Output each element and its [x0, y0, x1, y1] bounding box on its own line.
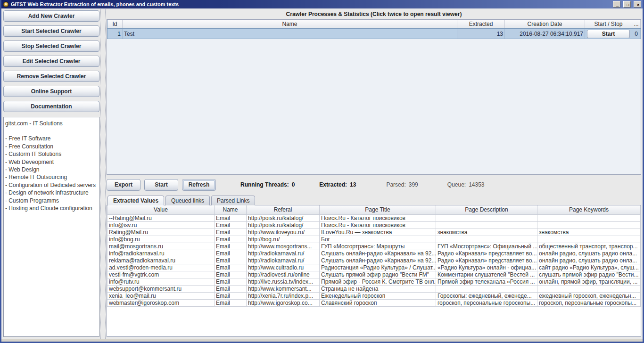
result-cell [537, 221, 641, 229]
col-start-stop[interactable]: Start / Stop [585, 20, 632, 29]
sidebar-list-item: - Custom Programms [5, 197, 98, 204]
result-row[interactable]: info@isv.ruEmailhttp://poisk.ru/katalog/… [107, 221, 641, 229]
close-icon[interactable]: × [634, 1, 641, 8]
results-toolbar: Export Start Refresh Running Threads:0 E… [107, 179, 641, 191]
result-cell: reklama@radiokarnaval.ru [107, 257, 215, 264]
result-cell: http://xenia.7r.ru/index.p... [247, 292, 320, 299]
stop-selected-crawler-button[interactable]: Stop Selected Crawler [3, 41, 99, 52]
result-row[interactable]: info@radiokarnaval.ruEmailhttp://radioka… [107, 250, 641, 257]
sidebar-list-item: - Configuration of Dedicated servers [5, 181, 98, 189]
col-name[interactable]: Name [123, 20, 457, 29]
crawler-creation-date-cell: 2016-08-27 06:34:10.917 [505, 29, 585, 39]
result-row[interactable]: webmaster@igoroskop.comEmailhttp://www.i… [107, 299, 641, 306]
crawler-row-selected[interactable]: 1 Test 13 2016-08-27 06:34:10.917 Start … [107, 29, 641, 39]
result-cell: Email [215, 257, 247, 264]
result-cell: info@radiokarnaval.ru [107, 250, 215, 257]
tab-extracted-values[interactable]: Extracted Values [107, 196, 164, 205]
sidebar-list-item: - Remote IT Outsourcing [5, 173, 98, 181]
result-cell [537, 214, 641, 221]
crawler-panel-title: Crawler Processes & Statistics (Click tw… [107, 9, 641, 19]
sidebar-list-item: - Hosting and Cloude configuration [5, 204, 98, 212]
sidebar-list-item: - Web Deveopment [5, 158, 98, 166]
col-name[interactable]: Name [215, 205, 247, 214]
result-row[interactable]: mail@mosgortrans.ruEmailhttp://www.mosgo… [107, 243, 641, 250]
result-cell: Поиск.Ru - Каталог поисковиков [320, 214, 436, 221]
col-more[interactable]: ... [632, 20, 641, 29]
title-bar: GITST Web Extractor Extraction of emails… [1, 0, 643, 8]
result-cell: Поиск.Ru - Каталог поисковиков [320, 221, 436, 229]
col-page-title[interactable]: Page Title [320, 205, 436, 214]
col-value[interactable]: Value [107, 205, 215, 214]
result-cell: http://www.igoroskop.co... [247, 299, 320, 306]
sidebar-list-item: - Free Consultation [5, 143, 98, 150]
result-row[interactable]: info@rutv.ruEmailhttp://live.russia.tv/i… [107, 278, 641, 285]
col-referal[interactable]: Referal [247, 205, 320, 214]
result-row[interactable]: ad.vesti@roden-media.ruEmailhttp://www.c… [107, 264, 641, 271]
export-button[interactable]: Export [107, 179, 140, 191]
result-cell: онлайн радио, слушать радио онла... [537, 250, 641, 257]
col-id[interactable]: Id [107, 20, 123, 29]
edit-selected-crawler-button[interactable]: Edit Selected Crawler [3, 56, 99, 67]
result-cell: mail@mosgortrans.ru [107, 243, 215, 250]
main-area: Add New Crawler Start Selected Crawler S… [1, 8, 643, 339]
remove-selected-crawler-button[interactable]: Remove Selected Crawler [3, 71, 99, 82]
result-cell: http://radiokarnaval.ru/ [247, 257, 320, 264]
result-cell: Email [215, 250, 247, 257]
result-cell: ГУП «Мосгортранс»: Официальный ... [436, 243, 537, 250]
start-selected-crawler-button[interactable]: Start Selected Crawler [3, 25, 99, 37]
col-page-description[interactable]: Page Description [436, 205, 537, 214]
result-row[interactable]: Rating@Mail.ruEmailhttp://www.iloveyou.r… [107, 229, 641, 236]
result-cell: Email [215, 271, 247, 278]
tab-parsed-links[interactable]: Parsed Links [211, 196, 255, 205]
result-row[interactable]: reklama@radiokarnaval.ruEmailhttp://radi… [107, 257, 641, 264]
splitter-handle[interactable] [100, 9, 106, 339]
promo-list-items: - Free IT Software- Free Consultation- C… [5, 135, 98, 212]
add-new-crawler-button[interactable]: Add New Crawler [3, 10, 99, 22]
minimize-icon[interactable]: _ [613, 1, 620, 8]
result-cell: Email [215, 292, 247, 299]
result-cell: Комментарии слушателей "Вестей ... [436, 271, 537, 278]
row-start-button[interactable]: Start [587, 30, 629, 38]
window-bottom-strip [1, 339, 643, 342]
result-cell: слушать прямой эфир радио "Вести... [537, 271, 641, 278]
col-creation-date[interactable]: Creation Date [505, 20, 585, 29]
result-row[interactable]: websupport@kommersant.ruEmailhttp://www.… [107, 285, 641, 292]
result-cell: http://poisk.ru/katalog/ [247, 221, 320, 229]
col-extracted[interactable]: Extracted [457, 20, 505, 29]
refresh-button[interactable]: Refresh [182, 179, 216, 191]
result-cell: Email [215, 264, 247, 271]
results-table: Value Name Referal Page Title Page Descr… [107, 205, 641, 307]
result-row[interactable]: vesti-fm@vgtrk.comEmailhttp://radiovesti… [107, 271, 641, 278]
result-cell: websupport@kommersant.ru [107, 285, 215, 292]
result-cell: общественный транспорт, транспор... [537, 243, 641, 250]
result-cell: Прямой эфир - Россия К. Смотрите ТВ онл.… [320, 278, 436, 285]
result-cell: http://www.mosgortrans... [247, 243, 320, 250]
result-row[interactable]: info@bog.ruEmailhttp://bog.ru/Бог [107, 236, 641, 243]
sidebar-list-item: - Design of network infrastructure [5, 189, 98, 196]
online-support-button[interactable]: Online Support [3, 86, 99, 97]
col-page-keywords[interactable]: Page Keywords [537, 205, 641, 214]
documentation-button[interactable]: Documentation [3, 101, 99, 112]
result-cell: Слушать онлайн-радио «Карнавал» на 92...… [320, 250, 436, 257]
extracted-stat: Extracted:13 [319, 181, 356, 188]
result-cell: Радиостанция «Радио Культура» / Слушат..… [320, 264, 436, 271]
tab-queued-links[interactable]: Queued links [165, 196, 210, 205]
result-cell: http://radiokarnaval.ru/ [247, 250, 320, 257]
promo-list: gitst.com - IT Solutions - Free IT Softw… [3, 117, 99, 337]
parsed-stat: Parsed:399 [386, 181, 418, 188]
result-cell: Email [215, 229, 247, 236]
result-cell: Email [215, 243, 247, 250]
result-cell: ГУП «Мосгортранс»: Маршруты [320, 243, 436, 250]
result-cell: Email [215, 299, 247, 306]
result-row[interactable]: xenia_leo@mail.ruEmailhttp://xenia.7r.ru… [107, 292, 641, 299]
result-cell: онлайн радио, слушать радио онла... [537, 257, 641, 264]
result-cell: ежедневный гороскоп, еженедельн... [537, 292, 641, 299]
restore-icon[interactable]: ❐ [623, 1, 631, 8]
result-cell: Славянский гороскоп [320, 299, 436, 306]
result-cell: «Радио Культура» онлайн - официа... [436, 264, 537, 271]
result-cell: info@bog.ru [107, 236, 215, 243]
start-button[interactable]: Start [144, 179, 178, 191]
result-cell [537, 285, 641, 292]
result-row[interactable]: --Rating@Mail.ruEmailhttp://poisk.ru/kat… [107, 214, 641, 221]
crawler-last-cell: 0 [632, 29, 641, 39]
